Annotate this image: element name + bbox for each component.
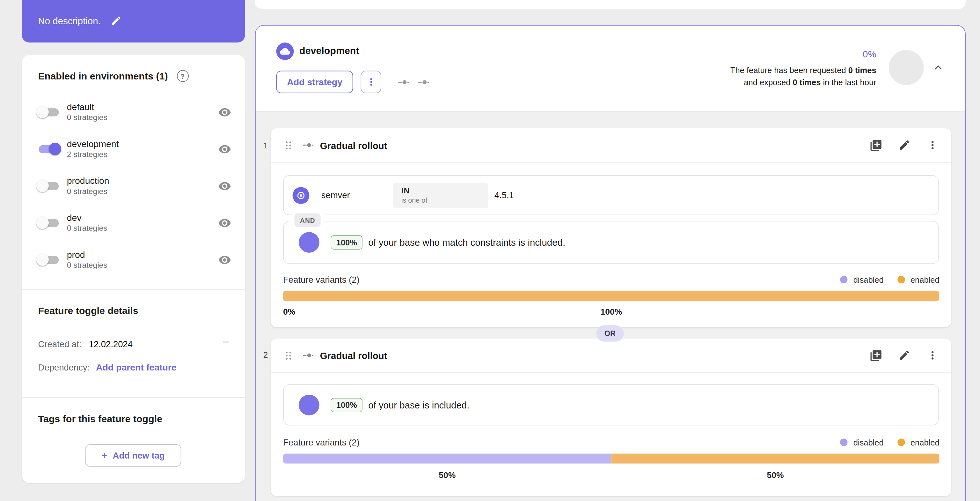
edit-strategy-icon[interactable] xyxy=(898,349,910,362)
copy-strategy-icon[interactable] xyxy=(869,139,883,152)
enabled-dot-icon xyxy=(897,439,905,446)
toggle-production[interactable] xyxy=(37,179,61,193)
variants-bar-labels: 50% 50% xyxy=(283,470,940,481)
edit-strategy-icon[interactable] xyxy=(898,139,910,151)
rollout-strategy-icon xyxy=(302,139,314,151)
environments-title: Enabled in environments (1) xyxy=(38,70,168,82)
rollout-description: of your base who match constraints is in… xyxy=(368,237,565,247)
operator-description: is one of xyxy=(401,196,480,204)
add-parent-feature-link[interactable]: Add parent feature xyxy=(96,362,177,372)
segment-label: 50% xyxy=(439,470,455,481)
eye-icon[interactable] xyxy=(218,179,231,192)
variant-segment-disabled xyxy=(283,453,611,463)
copy-strategy-icon[interactable] xyxy=(869,349,883,362)
environment-name: prod xyxy=(67,249,107,260)
legend-item-disabled: disabled xyxy=(840,275,883,284)
strategy-count: 0 strategies xyxy=(67,113,107,123)
environment-row-prod: prod 0 strategies xyxy=(37,245,231,275)
page: No description. Enabled in environments … xyxy=(0,0,980,501)
plus-icon: + xyxy=(101,450,107,461)
environment-row-development: development 2 strategies xyxy=(37,134,231,164)
strategy-menu-icon[interactable] xyxy=(926,349,939,362)
description-text: No description. xyxy=(38,16,101,26)
environment-name: default xyxy=(67,102,107,113)
divider xyxy=(22,289,245,290)
legend-label: enabled xyxy=(910,437,940,447)
tags-title: Tags for this feature toggle xyxy=(38,413,162,425)
legend-item-disabled: disabled xyxy=(840,437,883,447)
environment-title: development xyxy=(299,45,359,56)
environment-accordion-development: development Add strategy 0% The feature … xyxy=(255,25,966,501)
drag-handle-icon[interactable] xyxy=(283,350,294,361)
help-icon[interactable]: ? xyxy=(177,70,188,82)
environment-name: development xyxy=(67,138,119,149)
environment-row-dev: dev 0 strategies xyxy=(37,208,231,238)
environment-name: dev xyxy=(67,212,107,223)
edit-description-button[interactable] xyxy=(111,15,122,26)
toggle-dev[interactable] xyxy=(37,215,61,230)
feature-sidebar-card: Enabled in environments (1) ? default 0 … xyxy=(22,55,245,483)
rollout-strategy-icon xyxy=(302,349,314,362)
eye-icon[interactable] xyxy=(218,105,231,118)
pencil-icon xyxy=(111,15,122,26)
kebab-icon xyxy=(365,76,377,88)
legend-label: enabled xyxy=(910,275,940,284)
created-at-row: Created at: 12.02.2024 xyxy=(38,339,133,349)
segment-label: 0% xyxy=(283,307,295,318)
strategy-title: Gradual rollout xyxy=(320,140,387,150)
and-chip: AND xyxy=(294,214,321,227)
variant-segment-enabled xyxy=(611,453,939,463)
chevron-up-icon xyxy=(931,61,945,74)
strategy-menu-icon[interactable] xyxy=(926,139,939,151)
created-at-value: 12.02.2024 xyxy=(89,339,133,349)
constraint-icon xyxy=(293,187,310,204)
add-new-tag-label: Add new tag xyxy=(113,451,165,461)
disabled-dot-icon xyxy=(840,439,848,446)
metrics-donut-chart xyxy=(889,50,924,85)
constraint-operator: IN is one of xyxy=(393,182,488,208)
strategy-count: 0 strategies xyxy=(67,260,107,270)
exposure-percent: 0% xyxy=(730,48,877,61)
eye-icon[interactable] xyxy=(218,253,231,266)
description-card: No description. xyxy=(22,0,245,42)
strategy-count: 0 strategies xyxy=(67,187,109,196)
strategy-title: Gradual rollout xyxy=(320,350,387,361)
toggle-prod[interactable] xyxy=(37,252,61,267)
eye-icon[interactable] xyxy=(218,142,231,155)
strategy-count: 0 strategies xyxy=(67,223,107,233)
add-strategy-button[interactable]: Add strategy xyxy=(277,71,353,94)
collapse-environment-button[interactable] xyxy=(929,59,947,76)
strategy-index: 2 xyxy=(259,350,272,361)
toggle-development[interactable] xyxy=(37,141,61,156)
add-new-tag-button[interactable]: + Add new tag xyxy=(85,444,181,467)
rollout-row: 100% of your base who match constraints … xyxy=(283,221,939,264)
environment-header: development Add strategy 0% The feature … xyxy=(256,26,965,112)
rollout-percent-badge: 100% xyxy=(331,235,363,249)
strategy-card-1: Gradual rollout semver IN is one of 4.5.… xyxy=(270,128,951,327)
environment-row-production: production 0 strategies xyxy=(37,171,231,201)
strategy-count: 2 strategies xyxy=(67,150,119,160)
disabled-dot-icon xyxy=(840,276,848,284)
legend-item-enabled: enabled xyxy=(897,437,940,447)
eye-icon[interactable] xyxy=(218,216,231,229)
strategy-index: 1 xyxy=(259,140,272,151)
legend-item-enabled: enabled xyxy=(897,275,940,284)
variants-bar xyxy=(283,453,940,463)
variants-row: Feature variants (2) disabled enabled xyxy=(283,273,940,286)
variants-bar-labels: 0% 100% xyxy=(283,307,940,318)
header-card-bottom xyxy=(255,0,966,9)
strategy-header: Gradual rollout xyxy=(270,338,951,373)
operator-name: IN xyxy=(401,186,480,196)
metrics-line-2: and exposed 0 times in the last hour xyxy=(730,76,877,88)
rollout-pie-icon xyxy=(299,394,320,415)
rollout-pie-icon xyxy=(299,232,320,253)
metrics-summary: 0% The feature has been requested 0 time… xyxy=(730,48,877,88)
segment-label: 50% xyxy=(767,470,784,481)
environment-menu-button[interactable] xyxy=(361,71,381,94)
dependency-row: Dependency: Add parent feature xyxy=(38,362,177,372)
collapse-details-button[interactable]: – xyxy=(223,335,229,348)
segment-label: 100% xyxy=(601,307,622,318)
toggle-default[interactable] xyxy=(37,104,61,119)
variants-legend: disabled enabled xyxy=(840,275,939,284)
drag-handle-icon[interactable] xyxy=(283,140,294,150)
